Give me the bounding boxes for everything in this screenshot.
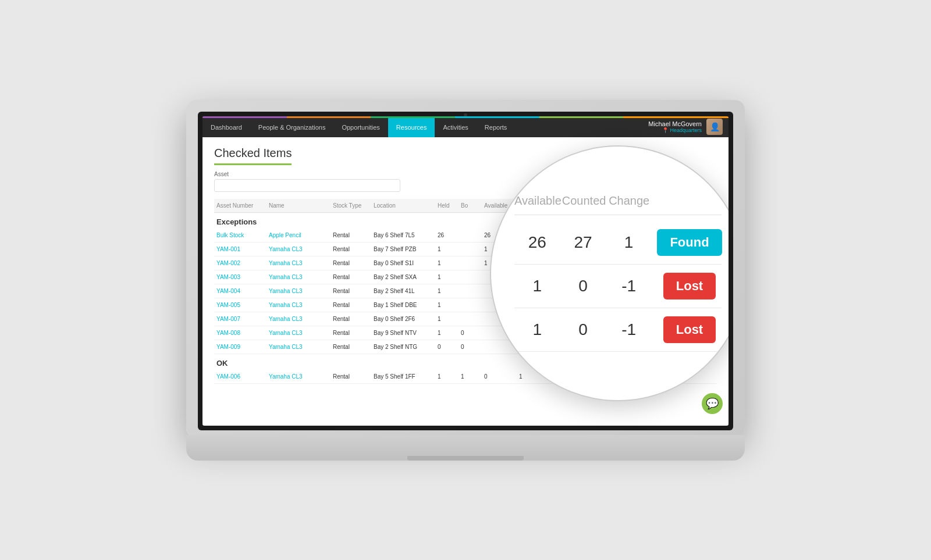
asset-name[interactable]: Yamaha CL3 — [266, 245, 331, 254]
held: 1 — [435, 245, 459, 254]
mag-row-1: 26 27 1 Found — [514, 221, 722, 265]
nav-item-people[interactable]: People & Organizations — [250, 118, 334, 137]
mag-available-1: 26 — [514, 233, 560, 252]
magnifier-content: Available Counted Change 26 27 1 Found — [491, 147, 729, 400]
asset-name[interactable]: Yamaha CL3 — [266, 372, 331, 381]
bo: 0 — [459, 343, 482, 351]
asset-name[interactable]: Yamaha CL3 — [266, 343, 331, 351]
asset-name[interactable]: Apple Pencil — [266, 231, 331, 240]
mag-available-3: 1 — [514, 320, 560, 339]
col-name: Name — [266, 201, 331, 210]
stock-type: Rental — [331, 231, 371, 240]
nav-user-info: Michael McGovern 📍 Headquarters — [648, 120, 702, 133]
held: 1 — [435, 287, 459, 295]
bo — [459, 304, 482, 306]
held: 1 — [435, 329, 459, 337]
held: 1 — [435, 273, 459, 281]
found-button[interactable]: Found — [657, 229, 722, 256]
mag-col-status — [652, 194, 722, 208]
asset-name[interactable]: Yamaha CL3 — [266, 259, 331, 267]
asset-num[interactable]: Bulk Stock — [214, 231, 266, 240]
mag-change-3: -1 — [606, 320, 652, 339]
stock-type: Rental — [331, 315, 371, 323]
location: Bay 2 Shelf 41L — [371, 287, 435, 295]
asset-num[interactable]: YAM-008 — [214, 329, 266, 337]
stock-type: Rental — [331, 273, 371, 281]
location: Bay 0 Shelf 2F6 — [371, 315, 435, 323]
chat-button[interactable]: 💬 — [702, 393, 723, 414]
mag-row-2: 1 0 -1 Lost — [514, 265, 722, 308]
location: Bay 7 Shelf PZB — [371, 245, 435, 254]
nav-user-location: 📍 Headquarters — [648, 127, 702, 133]
nav-item-resources[interactable]: Resources — [388, 118, 435, 137]
col-stock-type: Stock Type — [331, 201, 371, 210]
held: 0 — [435, 343, 459, 351]
asset-num[interactable]: YAM-002 — [214, 259, 266, 267]
asset-num[interactable]: YAM-006 — [214, 372, 266, 381]
nav-user-name: Michael McGovern — [648, 120, 702, 127]
location: Bay 2 Shelf SXA — [371, 273, 435, 281]
mag-header: Available Counted Change — [514, 194, 722, 215]
asset-num[interactable]: YAM-009 — [214, 343, 266, 351]
lost-button-2[interactable]: Lost — [663, 316, 716, 343]
asset-name[interactable]: Yamaha CL3 — [266, 287, 331, 295]
available — [482, 345, 517, 348]
mag-col-available: Available — [514, 194, 562, 208]
nav-user: Michael McGovern 📍 Headquarters 👤 — [642, 116, 729, 137]
stock-type: Rental — [331, 329, 371, 337]
asset-num[interactable]: YAM-003 — [214, 273, 266, 281]
avatar: 👤 — [706, 119, 723, 135]
mag-available-2: 1 — [514, 277, 560, 295]
held: 1 — [435, 315, 459, 323]
mag-col-change: Change — [606, 194, 652, 208]
asset-name[interactable]: Yamaha CL3 — [266, 301, 331, 309]
nav-item-dashboard[interactable]: Dashboard — [202, 118, 250, 137]
held: 1 — [435, 259, 459, 267]
asset-name[interactable]: Yamaha CL3 — [266, 329, 331, 337]
held: 26 — [435, 231, 459, 240]
mag-change-2: -1 — [606, 277, 652, 295]
mag-col-counted: Counted — [562, 194, 607, 208]
stock-type: Rental — [331, 343, 371, 351]
screen-content: Dashboard People & Organizations Opportu… — [202, 116, 729, 426]
page-title: Checked Items — [214, 147, 292, 165]
stock-type: Rental — [331, 301, 371, 309]
magnifier-overlay: Available Counted Change 26 27 1 Found — [490, 145, 729, 401]
asset-num[interactable]: YAM-001 — [214, 245, 266, 254]
laptop-body: Dashboard People & Organizations Opportu… — [186, 100, 745, 437]
col-asset-number: Asset Number — [214, 201, 266, 210]
location: Bay 1 Shelf DBE — [371, 301, 435, 309]
bo — [459, 234, 482, 236]
asset-num[interactable]: YAM-007 — [214, 315, 266, 323]
nav-items: Dashboard People & Organizations Opportu… — [202, 116, 642, 137]
nav-item-activities[interactable]: Activities — [435, 118, 476, 137]
nav-bar: Dashboard People & Organizations Opportu… — [202, 116, 729, 137]
screen-bezel: Dashboard People & Organizations Opportu… — [198, 112, 733, 430]
location: Bay 6 Shelf 7L5 — [371, 231, 435, 240]
asset-name[interactable]: Yamaha CL3 — [266, 315, 331, 323]
location: Bay 0 Shelf S1I — [371, 259, 435, 267]
bo: 1 — [459, 372, 482, 381]
laptop-base — [186, 435, 745, 461]
asset-name[interactable]: Yamaha CL3 — [266, 273, 331, 281]
location-pin-icon: 📍 — [662, 127, 669, 133]
laptop-hinge — [407, 456, 524, 461]
mag-counted-3: 0 — [560, 320, 606, 339]
bo — [459, 276, 482, 278]
stock-type: Rental — [331, 372, 371, 381]
stock-type: Rental — [331, 245, 371, 254]
col-held: Held — [435, 201, 459, 210]
asset-num[interactable]: YAM-005 — [214, 301, 266, 309]
nav-color-bar — [202, 116, 729, 118]
location: Bay 5 Shelf 1FF — [371, 372, 435, 381]
lost-button[interactable]: Lost — [663, 273, 716, 299]
bo: 0 — [459, 329, 482, 337]
location: Bay 2 Shelf NTG — [371, 343, 435, 351]
col-bo: Bo — [459, 201, 482, 210]
stock-type: Rental — [331, 287, 371, 295]
nav-item-opportunities[interactable]: Opportunities — [333, 118, 388, 137]
laptop-frame: Dashboard People & Organizations Opportu… — [186, 100, 745, 461]
asset-input[interactable] — [214, 179, 400, 192]
asset-num[interactable]: YAM-004 — [214, 287, 266, 295]
nav-item-reports[interactable]: Reports — [477, 118, 516, 137]
